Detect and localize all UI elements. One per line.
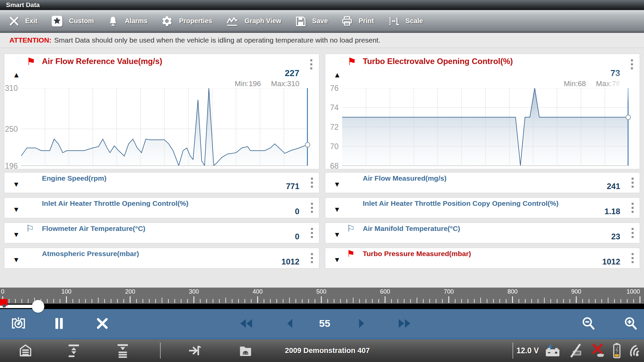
content-area: ▲ ⚑ Air Flow Reference Value(mg/s) 227 M… bbox=[0, 48, 644, 288]
toolbar-print-label: Print bbox=[359, 17, 374, 25]
chart-cursor-line[interactable] bbox=[307, 88, 308, 166]
param-row[interactable]: ▼Atmospheric Pressure(mbar)1012 bbox=[4, 248, 319, 268]
y-axis-tick-label: 250 bbox=[3, 125, 18, 133]
chart-current-value: 227 bbox=[285, 68, 299, 78]
timeline-ruler[interactable]: 01002003004005006007008009001000 bbox=[0, 288, 644, 304]
record-marker-icon[interactable] bbox=[0, 299, 7, 306]
toolbar-save-label: Save bbox=[312, 17, 328, 25]
row-menu-icon[interactable] bbox=[311, 178, 313, 188]
expand-triangle-icon[interactable]: ▼ bbox=[13, 181, 20, 188]
main-menu-icon[interactable] bbox=[17, 343, 34, 358]
status-bar: 2009 Demonstration 407 12.0 V bbox=[0, 338, 644, 362]
expand-triangle-icon[interactable]: ▼ bbox=[13, 206, 20, 213]
zoom-out-icon[interactable] bbox=[581, 316, 596, 331]
row-menu-icon[interactable] bbox=[311, 228, 313, 238]
timeline-ruler-label: 600 bbox=[380, 288, 390, 295]
fast-forward-icon[interactable] bbox=[397, 318, 412, 329]
expand-triangle-icon[interactable]: ▼ bbox=[334, 256, 341, 263]
rewind-icon[interactable] bbox=[239, 318, 254, 329]
row-menu-icon[interactable] bbox=[311, 253, 313, 263]
toolbar-alarms[interactable]: Alarms bbox=[107, 15, 148, 27]
pause-icon[interactable] bbox=[54, 317, 64, 330]
vehicle-folder-icon[interactable] bbox=[237, 343, 254, 358]
zoom-in-icon[interactable] bbox=[623, 316, 638, 331]
row-menu-icon[interactable] bbox=[632, 228, 634, 238]
chart-current-value: 73 bbox=[610, 68, 620, 78]
toolbar-save[interactable]: Save bbox=[295, 15, 328, 27]
timeline-ruler-label: 300 bbox=[189, 288, 199, 295]
floppy-disk-icon bbox=[295, 15, 306, 27]
title-bar: Smart Data bbox=[0, 0, 644, 10]
parameter-value: 771 bbox=[286, 182, 299, 191]
parameter-label: Inlet Air Heater Throttle Position Copy … bbox=[363, 199, 559, 207]
expand-triangle-icon[interactable]: ▼ bbox=[13, 256, 20, 263]
timeline-ruler-label: 100 bbox=[61, 288, 71, 295]
chart-plot[interactable] bbox=[21, 88, 308, 166]
attention-bar: ATTENTION: Smart Data should only be use… bbox=[0, 33, 644, 48]
toolbar-scale[interactable]: Scale bbox=[387, 15, 423, 27]
wifi-icon[interactable] bbox=[626, 343, 643, 359]
chart-cursor-marker[interactable] bbox=[305, 142, 310, 147]
toolbar-custom[interactable]: Custom bbox=[51, 15, 94, 27]
chart-cursor-marker[interactable] bbox=[626, 115, 631, 120]
exit-x-icon bbox=[9, 16, 19, 26]
divider bbox=[513, 343, 513, 359]
fit-vertical-icon[interactable] bbox=[66, 343, 82, 358]
collapse-list-icon[interactable] bbox=[115, 343, 131, 358]
chart-menu-icon[interactable] bbox=[310, 59, 312, 69]
expand-triangle-icon[interactable]: ▼ bbox=[334, 181, 341, 188]
chart-plot-wrap: 7674727068 bbox=[342, 88, 629, 166]
timeline-track[interactable] bbox=[0, 304, 644, 309]
param-row[interactable]: ▼⚐Air Manifold Temperature(°C)23 bbox=[325, 223, 640, 243]
alarm-flag-icon: ⚑ bbox=[26, 57, 36, 67]
param-row[interactable]: ▼Air Flow Measured(mg/s)241 bbox=[325, 172, 640, 193]
param-row[interactable]: ▼Engine Speed(rpm)771 bbox=[4, 172, 319, 193]
chart-plot[interactable] bbox=[342, 88, 629, 166]
toolbar-exit[interactable]: Exit bbox=[9, 16, 38, 26]
parameter-label: Flowmeter Air Temperature(°C) bbox=[42, 225, 145, 233]
toolbar-scale-label: Scale bbox=[406, 17, 423, 25]
expand-triangle-icon[interactable]: ▼ bbox=[334, 231, 341, 238]
toolbar-print[interactable]: Print bbox=[341, 15, 374, 27]
parameter-label: Atmospheric Pressure(mbar) bbox=[42, 250, 139, 258]
toolbar-graph-view-label: Graph View bbox=[245, 17, 281, 25]
toolbar-properties[interactable]: Properties bbox=[161, 15, 212, 27]
toolbar-properties-label: Properties bbox=[179, 17, 212, 25]
timeline-slider-handle[interactable] bbox=[32, 300, 44, 313]
car-battery-icon[interactable] bbox=[543, 343, 561, 358]
toolbar-exit-label: Exit bbox=[25, 17, 38, 25]
y-axis-tick-label: 74 bbox=[324, 104, 339, 111]
timeline-ruler-label: 400 bbox=[253, 288, 263, 295]
param-row[interactable]: ▼Inlet Air Heater Throttle Opening Contr… bbox=[4, 197, 319, 218]
jump-to-icon[interactable] bbox=[186, 343, 203, 358]
expand-triangle-icon[interactable]: ▼ bbox=[13, 231, 20, 238]
row-menu-icon[interactable] bbox=[632, 178, 634, 188]
vci-disconnected-icon[interactable] bbox=[568, 343, 584, 358]
timeline-ruler-label: 0 bbox=[1, 288, 4, 295]
parameter-list-right: ▼Air Flow Measured(mg/s)241▼Inlet Air He… bbox=[325, 172, 640, 268]
chart-plot-wrap: 310250196 bbox=[21, 88, 308, 166]
connection-error-icon[interactable] bbox=[590, 343, 606, 358]
attention-message: Smart Data should only be used when the … bbox=[54, 36, 380, 44]
expand-triangle-icon[interactable]: ▼ bbox=[334, 206, 341, 213]
step-forward-icon[interactable] bbox=[358, 318, 366, 329]
toolbar-graph-view[interactable]: Graph View bbox=[226, 15, 281, 27]
star-icon bbox=[51, 15, 63, 27]
param-row[interactable]: ▼Inlet Air Heater Throttle Position Copy… bbox=[325, 197, 640, 218]
divider bbox=[160, 343, 161, 359]
chart-cursor-line[interactable] bbox=[628, 88, 629, 166]
tablet-battery-icon[interactable] bbox=[612, 343, 621, 359]
alarm-flag-icon: ⚐ bbox=[26, 224, 34, 233]
param-row[interactable]: ▼⚐Flowmeter Air Temperature(°C)0 bbox=[4, 223, 319, 243]
param-row[interactable]: ▼⚑Turbo Pressure Measured(mbar)1012 bbox=[325, 248, 640, 268]
collapse-triangle-icon[interactable]: ▲ bbox=[13, 71, 20, 79]
chart-menu-icon[interactable] bbox=[631, 59, 633, 69]
row-menu-icon[interactable] bbox=[632, 203, 634, 213]
step-back-icon[interactable] bbox=[286, 318, 294, 329]
live-monitor-icon[interactable] bbox=[10, 316, 27, 330]
chart-title: Turbo Electrovalve Opening Control(%) bbox=[363, 57, 513, 66]
collapse-triangle-icon[interactable]: ▲ bbox=[334, 71, 341, 79]
row-menu-icon[interactable] bbox=[632, 253, 634, 263]
row-menu-icon[interactable] bbox=[311, 203, 313, 213]
close-icon[interactable] bbox=[96, 317, 109, 329]
